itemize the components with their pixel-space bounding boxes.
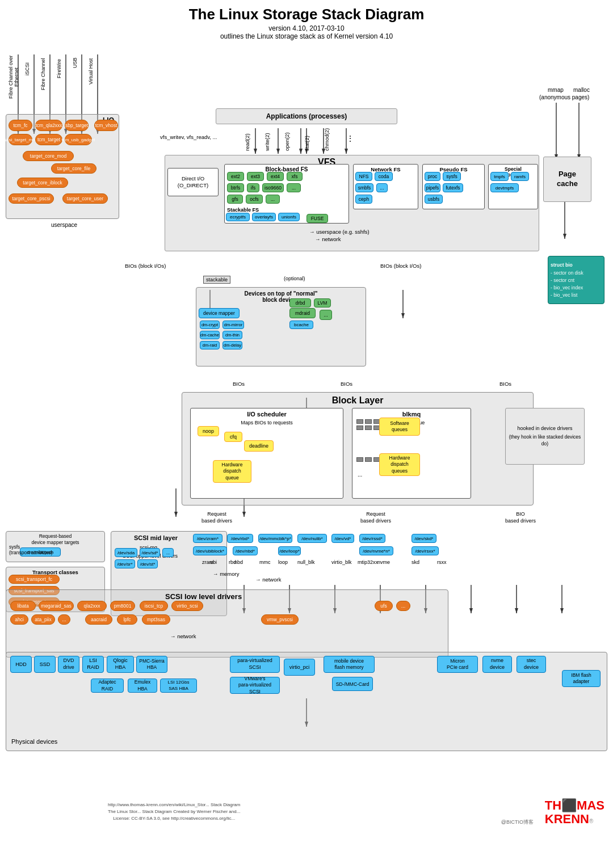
micron-pcie-card: MicronPCIe card [437,656,478,673]
ahci: ahci [10,614,28,625]
watermark: @BICTIO博客 [501,819,534,826]
virtio-pci: virtio_pci [284,659,315,676]
dots-dm: ... [320,310,332,320]
futexfs: futexfs [443,183,463,192]
label-bios-blocklayer-far: BIOs [499,381,511,387]
label-nvme: nvme [377,559,390,565]
dev-nulib-star: /dev/nulib* [297,534,327,543]
label-stat: stat(2) [304,128,310,151]
main-title: The Linux Storage Stack Diagram [6,6,607,23]
target-core-user: target_core_user [62,193,108,204]
ata-piix: ata_piix [31,614,55,625]
label-skd: skd [412,559,419,565]
libata: libata [10,601,36,611]
label-fibre-channel: Fibre Channel [40,46,52,103]
label-nbd: nbd [234,559,243,565]
label-network-scsi: → network [170,633,196,639]
nvme-device: nvmedevice [482,656,512,673]
label-mmap: (anonymous pages) [539,94,589,100]
vmwares-para-virt-scsi: VMware'spara-virtualizedSCSI [230,677,280,694]
label-bios-right: BIOs (block I/Os) [380,263,421,269]
dots-ata: ... [58,614,70,625]
label-write: write(2) [264,128,270,151]
coda: coda [375,172,393,181]
label-network-vfs: → network [315,236,341,242]
iscsi-target-mod: iscsi_target_mod [9,134,32,145]
dvd-drive: DVDdrive [58,656,79,673]
label-req-based-left: Requestbased drivers [201,511,232,524]
label-firewire: FireWire [56,46,68,91]
tcm-target: tcm_target [35,134,62,145]
label-sysfs2: (transport attributes) [9,550,53,555]
dev-rsxx-star: /dev/rsxx* [412,546,439,555]
ibm-flash-adapter: IBM flashadapter [562,670,601,687]
label-open: open(2) [284,128,290,151]
lpfc: lpfc [117,614,137,625]
thomas-krenn-brand: TH⬛MASKRENN® [545,799,604,826]
adaptec-raid: AdaptecRAID [91,679,124,693]
dev-loop-star: /dev/loop* [278,546,301,555]
scsi-low-level-box: SCSI low level drivers [6,589,448,658]
ocfs: ocfs [246,195,263,204]
label-virtio-blk: virtio_blk [331,559,352,565]
emulex-hba: EmulexHBA [128,679,157,693]
label-ubi: ubi [210,559,217,565]
label-bio-based: BIObased drivers [505,511,536,524]
lsi-raid: LSIRAID [82,656,104,673]
software-queues: Softwarequeues [379,418,420,436]
label-fibre-channel-ethernet: Fibre Channel over Ethernet [9,46,20,108]
label-iscsi: iSCSI [24,46,36,91]
label-bios-blocklayer-right: BIOs [341,381,352,387]
target-core-iblock: target_core_iblock [17,178,68,188]
dev-nbd-star: /dev/nbd* [233,546,258,555]
label-physical-devices: Physical devices [11,738,57,745]
label-mtip32xx: mtip32xx [358,559,378,565]
scsi-transport-fc: scsi_transport_fc [9,575,60,584]
subtitle: version 4.10, 2017-03-10 outlines the Li… [6,24,607,40]
tmpfs: tmpfs [490,172,509,181]
hdd: HDD [10,656,32,673]
dev-sda: /dev/sda [115,548,137,557]
sysfs: sysfs [443,172,461,181]
mpt3sas: mpt3sas [142,614,170,625]
label-userspace-lio: userspace [51,222,77,228]
label-optional: (optional) [284,276,305,281]
gfs: gfs [227,195,243,204]
para-virt-scsi: para-virtualizedSCSI [230,656,280,673]
noop: noop [198,426,219,436]
dm-crypt: dm-crypt [200,321,220,329]
label-dots-syscalls: ⋮ [346,134,354,143]
proc: proc [425,172,440,181]
dev-st-star: /dev/st* [137,559,158,568]
diagram: Fibre Channel over Ethernet iSCSI Fibre … [6,46,607,829]
ext4: ext4 [267,172,284,181]
target-core-file: target_core_file [51,163,96,174]
ramfs: ramfs [511,172,529,181]
xfs: xfs [287,172,303,181]
mdraid: mdraid [289,308,316,318]
label-userspace-vfs: → userspace (e.g. sshfs) [309,229,370,235]
bcache: bcache [289,321,313,329]
ifs: ifs [247,183,259,192]
label-bios-left: BIOs (block I/Os) [125,263,166,269]
ecryptfs: ecryptfs [226,213,250,221]
btrfs: btrfs [227,183,244,192]
overlayfs: overlayfs [252,213,276,221]
dev-mmcblk-star: /dev/mmcblk*p* [258,534,292,543]
dm-mirror: dm-mirror [222,321,244,329]
usbfs: usbfs [425,195,443,204]
lsi-12gbs-sas-hba: LSI 12GbsSAS HBA [160,679,197,693]
devices-on-top-box: Devices on top of "normal"block devices [196,287,366,366]
struct-bio-box: struct bio - sector on disk - sector cnt… [548,256,604,304]
dev-rssd-star: /dev/rssd* [359,534,385,543]
dm-cache: dm-cache [200,331,220,339]
label-null-blk: null_blk [297,559,315,565]
dev-rbd-star: /dev/rbd* [227,534,253,543]
pipefs: pipefs [425,183,440,192]
nfs: NFS [355,172,372,181]
sd-mmc-card: SD-/MMC-Card [332,677,373,691]
dotdot-fs: ... [287,183,301,192]
label-mmc: mmc [259,559,271,565]
dev-zram-star: /dev/zram* [193,534,222,543]
dots-scsi-ll: ... [396,601,410,611]
